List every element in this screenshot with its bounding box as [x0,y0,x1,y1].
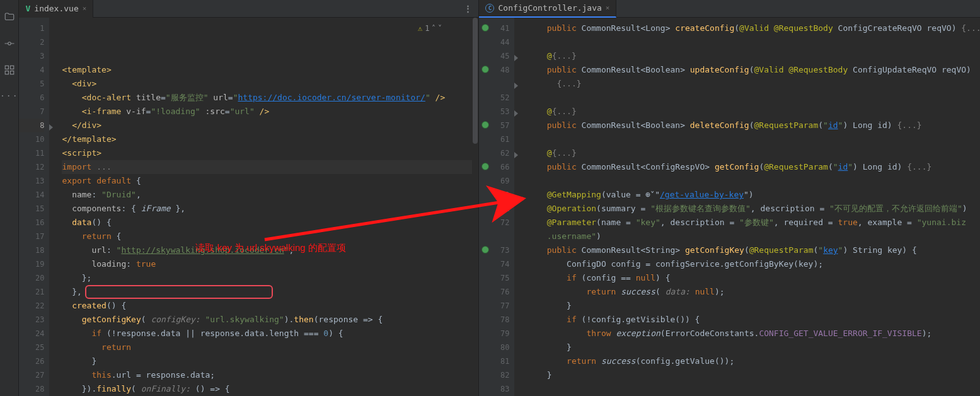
chevron-up-icon[interactable]: ˄ [432,21,435,35]
editor-pane-right: C ConfigController.java × ⋮ 414445485253… [479,0,980,396]
tab-label: ConfigController.java [498,3,601,13]
tab-label: index.vue [34,4,78,13]
more-icon[interactable]: ··· [0,91,18,100]
editors-container: V index.vue × ⋮ 123456781011121314151617… [19,0,980,396]
close-icon[interactable]: × [83,4,87,13]
svg-rect-4 [10,71,13,74]
warning-icon: ⚠ [418,21,422,35]
folder-icon[interactable] [4,11,15,23]
chevron-down-icon[interactable]: ˅ [438,21,442,35]
tab-row-right: C ConfigController.java × ⋮ [479,0,980,18]
svg-point-0 [8,42,11,45]
code-area-right[interactable]: 4144454852535761626669707172737475767778… [479,18,980,396]
vue-icon: V [25,4,30,13]
tab-config-controller[interactable]: C ConfigController.java × [479,0,616,18]
svg-rect-1 [5,66,8,69]
close-icon[interactable]: × [606,4,610,12]
gutter-left: 1234567810111213141516171819202122232425… [19,18,49,396]
editor-pane-left: V index.vue × ⋮ 123456781011121314151617… [19,0,479,396]
svg-rect-2 [10,66,13,69]
commit-icon[interactable] [4,38,15,49]
gutter-right: 4144454852535761626669707172737475767778… [479,18,514,396]
tab-more-icon[interactable]: ⋮ [464,4,473,13]
tab-index-vue[interactable]: V index.vue × [19,0,93,18]
tab-row-left: V index.vue × ⋮ [19,0,478,18]
java-icon: C [485,4,494,13]
activity-bar: ··· [0,0,19,396]
tab-more-icon[interactable]: ⋮ [977,4,980,13]
warning-count: 1 [425,21,429,35]
warning-badge[interactable]: ⚠ 1 ˄ ˅ [418,21,442,35]
code-right[interactable]: public CommonResult<Long> createConfig(@… [514,18,980,396]
grid-icon[interactable] [4,64,15,76]
scrollbar-left[interactable] [472,18,478,396]
code-area-left[interactable]: 1234567810111213141516171819202122232425… [19,18,478,396]
code-left[interactable]: ⚠ 1 ˄ ˅ <template> <div> <doc-alert titl… [49,18,472,396]
svg-rect-3 [5,71,8,74]
